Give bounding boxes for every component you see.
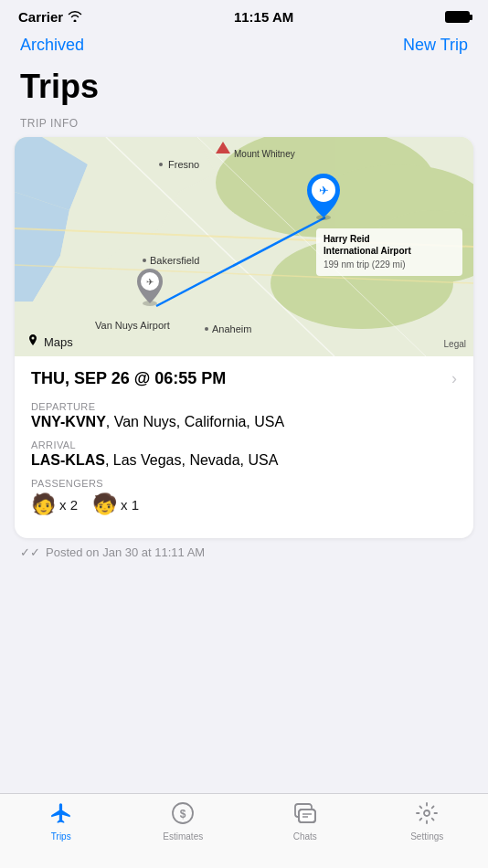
adult-count: x 2	[59, 497, 78, 513]
child-count: x 1	[121, 497, 139, 513]
svg-text:Fresno: Fresno	[168, 159, 199, 170]
svg-point-19	[205, 327, 208, 331]
passengers-row: 🧑 x 2 🧒 x 1	[31, 492, 457, 516]
departure-location: , Van Nuys, California, USA	[106, 414, 284, 429]
trips-tab-label: Trips	[51, 831, 71, 842]
svg-text:Anaheim: Anaheim	[212, 323, 251, 334]
trip-info: THU, SEP 26 @ 06:55 PM › DEPARTURE VNY-K…	[15, 356, 473, 538]
datetime-row[interactable]: THU, SEP 26 @ 06:55 PM ›	[31, 369, 457, 388]
svg-rect-35	[299, 810, 315, 822]
archived-button[interactable]: Archived	[20, 36, 84, 55]
svg-text:Harry Reid: Harry Reid	[324, 234, 370, 244]
departure-section: DEPARTURE VNY-KVNY, Van Nuys, California…	[31, 401, 457, 430]
maps-label: Maps	[26, 334, 73, 349]
svg-text:Mount Whitney: Mount Whitney	[234, 149, 295, 159]
page-title-area: Trips	[0, 64, 488, 117]
tab-settings[interactable]: Settings	[390, 801, 463, 842]
trip-datetime: THU, SEP 26 @ 06:55 PM	[31, 369, 226, 388]
tab-chats[interactable]: Chats	[269, 801, 342, 842]
arrival-code: LAS-KLAS	[31, 452, 105, 468]
tab-bar: Trips $ Estimates Chats	[0, 793, 488, 868]
carrier-text: Carrier	[18, 9, 82, 25]
arrival-label: ARRIVAL	[31, 439, 457, 450]
departure-code: VNY-KVNY	[31, 414, 106, 429]
svg-text:Van Nuys Airport: Van Nuys Airport	[95, 320, 170, 331]
new-trip-button[interactable]: New Trip	[403, 36, 468, 55]
svg-point-13	[159, 163, 163, 166]
adult-icon: 🧑	[31, 492, 56, 516]
status-bar: Carrier 11:15 AM	[0, 0, 488, 30]
departure-label: DEPARTURE	[31, 401, 457, 412]
child-icon: 🧒	[92, 492, 117, 516]
tab-trips[interactable]: Trips	[25, 801, 98, 842]
svg-text:✈: ✈	[146, 277, 154, 287]
svg-text:Bakersfield: Bakersfield	[150, 255, 199, 266]
svg-point-17	[143, 259, 146, 262]
svg-text:$: $	[180, 808, 186, 820]
svg-point-39	[424, 810, 430, 816]
passengers-section: PASSENGERS 🧑 x 2 🧒 x 1	[31, 478, 457, 516]
status-time: 11:15 AM	[234, 9, 293, 25]
posted-row: ✓✓ Posted on Jan 30 at 11:11 AM	[0, 538, 488, 574]
svg-text:✈: ✈	[319, 184, 329, 197]
trips-icon	[49, 801, 73, 829]
map-area: Fresno Mount Whitney Bakersfield Anaheim…	[15, 137, 473, 356]
settings-tab-label: Settings	[410, 831, 443, 842]
estimates-icon: $	[171, 801, 195, 829]
passengers-label: PASSENGERS	[31, 478, 457, 489]
svg-text:International Airport: International Airport	[324, 246, 411, 256]
checkmarks-icon: ✓✓	[20, 545, 40, 559]
arrival-value: LAS-KLAS, Las Vegas, Nevada, USA	[31, 452, 457, 469]
nav-bar: Archived New Trip	[0, 30, 488, 64]
estimates-tab-label: Estimates	[163, 831, 203, 842]
child-passengers: 🧒 x 1	[92, 492, 139, 516]
arrival-section: ARRIVAL LAS-KLAS, Las Vegas, Nevada, USA	[31, 439, 457, 469]
tab-estimates[interactable]: $ Estimates	[146, 801, 219, 842]
wifi-icon	[68, 9, 82, 25]
chevron-right-icon: ›	[451, 369, 457, 388]
section-label: TRIP INFO	[0, 117, 488, 137]
settings-icon	[415, 801, 439, 829]
departure-value: VNY-KVNY, Van Nuys, California, USA	[31, 414, 457, 430]
battery-icon	[445, 11, 470, 23]
chats-icon	[293, 801, 317, 829]
chats-tab-label: Chats	[293, 831, 317, 842]
battery-indicator	[445, 11, 470, 23]
adult-passengers: 🧑 x 2	[31, 492, 78, 516]
posted-text: Posted on Jan 30 at 11:11 AM	[46, 545, 205, 559]
arrival-location: , Las Vegas, Nevada, USA	[105, 452, 278, 468]
svg-text:199 nm trip (229 mi): 199 nm trip (229 mi)	[324, 259, 405, 270]
trip-card[interactable]: Fresno Mount Whitney Bakersfield Anaheim…	[15, 137, 473, 538]
legal-label: Legal	[444, 339, 466, 349]
page-title: Trips	[20, 68, 468, 106]
